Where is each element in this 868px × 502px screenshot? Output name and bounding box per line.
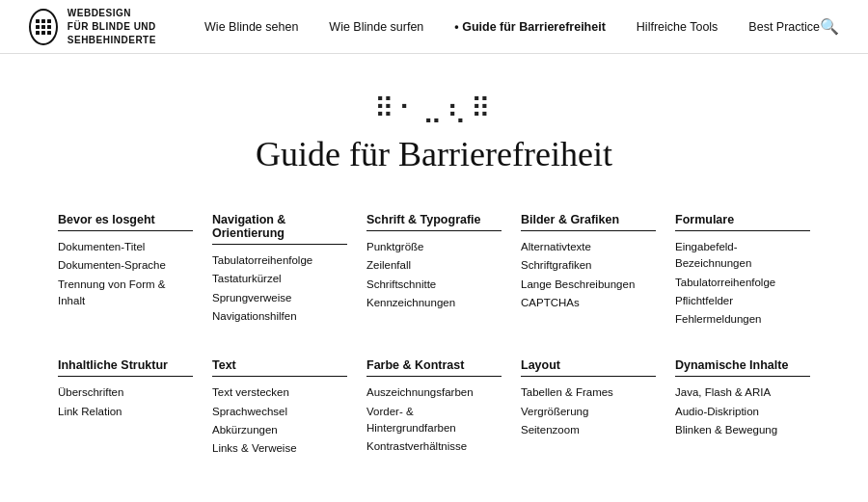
list-item: Fehlermeldungen	[675, 311, 810, 328]
search-button[interactable]: 🔍	[820, 17, 839, 36]
list-item: Abkürzungen	[212, 422, 347, 438]
topic-link[interactable]: Schriftschnitte	[366, 278, 436, 290]
topic-col-3: Schrift & Typografie Punktgröße Zeilenfa…	[366, 213, 502, 330]
topic-link[interactable]: Abkürzungen	[212, 424, 278, 436]
topic-link[interactable]: Vergrößerung	[521, 406, 588, 417]
list-item: Auszeichnungsfarben	[366, 384, 502, 401]
list-item: Lange Beschreibungen	[521, 277, 656, 293]
list-item: Tabellen & Frames	[521, 384, 656, 401]
topic-link[interactable]: Tastaturkürzel	[212, 273, 282, 284]
list-item: Sprachwechsel	[212, 404, 347, 420]
list-item: Überschriften	[58, 384, 193, 401]
topic-col-9: Layout Tabellen & Frames Vergrößerung Se…	[521, 358, 656, 459]
topic-col-1: Bevor es losgeht Dokumenten-Titel Dokume…	[58, 213, 193, 330]
topic-link[interactable]: Dokumenten-Sprache	[58, 259, 166, 271]
nav-item-3[interactable]: Guide für Barrierefreiheit	[454, 20, 606, 34]
list-item: Alternativtexte	[521, 239, 656, 255]
topic-link[interactable]: Tabellen & Frames	[521, 386, 613, 398]
topic-link[interactable]: Trennung von Form & Inhalt	[58, 278, 165, 306]
topic-link[interactable]: Tabulatorreihenfolge	[675, 277, 775, 288]
list-item: Vergrößerung	[521, 404, 656, 420]
topic-link[interactable]: Überschriften	[58, 386, 123, 398]
list-item: Tabulatorreihenfolge	[212, 252, 347, 269]
topic-link[interactable]: Blinken & Bewegung	[675, 424, 777, 436]
topic-link[interactable]: Eingabefeld-Bezeichnungen	[675, 241, 751, 269]
topics-grid: Bevor es losgeht Dokumenten-Titel Dokume…	[58, 213, 810, 459]
svg-rect-8	[47, 31, 51, 35]
topic-link[interactable]: Lange Beschreibungen	[521, 278, 635, 290]
topic-link[interactable]: Link Relation	[58, 406, 122, 417]
list-item: Blinken & Bewegung	[675, 422, 810, 438]
topic-heading-9: Layout	[521, 358, 656, 377]
list-item: Trennung von Form & Inhalt	[58, 277, 193, 310]
topic-heading-5: Formulare	[675, 213, 810, 231]
topic-col-6: Inhaltliche Struktur Überschriften Link …	[58, 358, 193, 459]
svg-rect-5	[47, 25, 51, 29]
topic-link[interactable]: Tabulatorreihenfolge	[212, 254, 312, 266]
topic-link[interactable]: Sprungverweise	[212, 292, 291, 304]
nav-item-5[interactable]: Best Practice	[748, 20, 820, 34]
main-content: ⠿⠂⣀⢆⠿ Guide für Barrierefreiheit Bevor e…	[0, 54, 868, 502]
topic-link[interactable]: Punktgröße	[366, 241, 423, 252]
topic-link[interactable]: Seitenzoom	[521, 424, 580, 436]
topic-link[interactable]: Java, Flash & ARIA	[675, 386, 771, 398]
topic-col-2: Navigation & Orientierung Tabulatorreihe…	[212, 213, 347, 330]
nav-item-2[interactable]: Wie Blinde surfen	[329, 20, 423, 34]
topic-link[interactable]: Fehlermeldungen	[675, 313, 762, 325]
list-item: CAPTCHAs	[521, 295, 656, 311]
topic-col-5: Formulare Eingabefeld-Bezeichnungen Tabu…	[675, 213, 810, 330]
list-item: Dokumenten-Titel	[58, 239, 193, 255]
topic-link[interactable]: Sprachwechsel	[212, 406, 287, 417]
svg-rect-6	[36, 31, 40, 35]
list-item: Navigationshilfen	[212, 308, 347, 325]
list-item: Pflichtfelder	[675, 293, 810, 309]
topic-link[interactable]: Kontrastverhältnisse	[366, 440, 467, 452]
topic-heading-6: Inhaltliche Struktur	[58, 358, 193, 377]
svg-rect-2	[47, 19, 51, 23]
topic-link[interactable]: Vorder- & Hintergrundfarben	[366, 406, 456, 434]
braille-decoration: ⠿⠂⣀⢆⠿	[58, 92, 810, 124]
topic-heading-10: Dynamische Inhalte	[675, 358, 810, 377]
topic-col-4: Bilder & Grafiken Alternativtexte Schrif…	[521, 213, 656, 330]
topic-link[interactable]: Dokumenten-Titel	[58, 241, 145, 252]
logo-icon	[29, 9, 58, 45]
list-item: Kennzeichnungen	[366, 295, 502, 311]
topic-link[interactable]: Text verstecken	[212, 386, 289, 398]
list-item: Tastaturkürzel	[212, 271, 347, 287]
list-item: Sprungverweise	[212, 290, 347, 306]
topic-link[interactable]: Kennzeichnungen	[366, 297, 455, 308]
topic-link[interactable]: CAPTCHAs	[521, 297, 580, 308]
topic-heading-3: Schrift & Typografie	[366, 213, 502, 231]
topic-heading-4: Bilder & Grafiken	[521, 213, 656, 231]
list-item: Links & Verweise	[212, 440, 347, 457]
list-item: Schriftgrafiken	[521, 257, 656, 274]
topic-link[interactable]: Auszeichnungsfarben	[366, 386, 474, 398]
list-item: Tabulatorreihenfolge	[675, 275, 810, 291]
svg-rect-1	[41, 19, 45, 23]
topic-link[interactable]: Schriftgrafiken	[521, 259, 592, 271]
topic-heading-1: Bevor es losgeht	[58, 213, 193, 231]
list-item: Link Relation	[58, 404, 193, 420]
svg-rect-7	[41, 31, 45, 35]
list-item: Audio-Diskription	[675, 404, 810, 420]
list-item: Java, Flash & ARIA	[675, 384, 810, 401]
nav-item-4[interactable]: Hilfreiche Tools	[637, 20, 719, 34]
svg-rect-0	[36, 19, 40, 23]
topic-col-10: Dynamische Inhalte Java, Flash & ARIA Au…	[675, 358, 810, 459]
topic-heading-8: Farbe & Kontrast	[366, 358, 502, 377]
topic-link[interactable]: Alternativtexte	[521, 241, 591, 252]
nav-item-1[interactable]: Wie Blinde sehen	[204, 20, 298, 34]
topic-link[interactable]: Links & Verweise	[212, 442, 297, 454]
topic-link[interactable]: Navigationshilfen	[212, 310, 297, 322]
topic-link[interactable]: Audio-Diskription	[675, 406, 759, 417]
topic-col-8: Farbe & Kontrast Auszeichnungsfarben Vor…	[366, 358, 502, 459]
topic-link[interactable]: Zeilenfall	[366, 259, 411, 271]
svg-rect-4	[41, 25, 45, 29]
page-title: Guide für Barrierefreiheit	[58, 134, 810, 174]
list-item: Zeilenfall	[366, 257, 502, 274]
list-item: Kontrastverhältnisse	[366, 438, 502, 455]
topic-link[interactable]: Pflichtfelder	[675, 295, 733, 306]
svg-rect-3	[36, 25, 40, 29]
list-item: Schriftschnitte	[366, 277, 502, 293]
list-item: Seitenzoom	[521, 422, 656, 438]
